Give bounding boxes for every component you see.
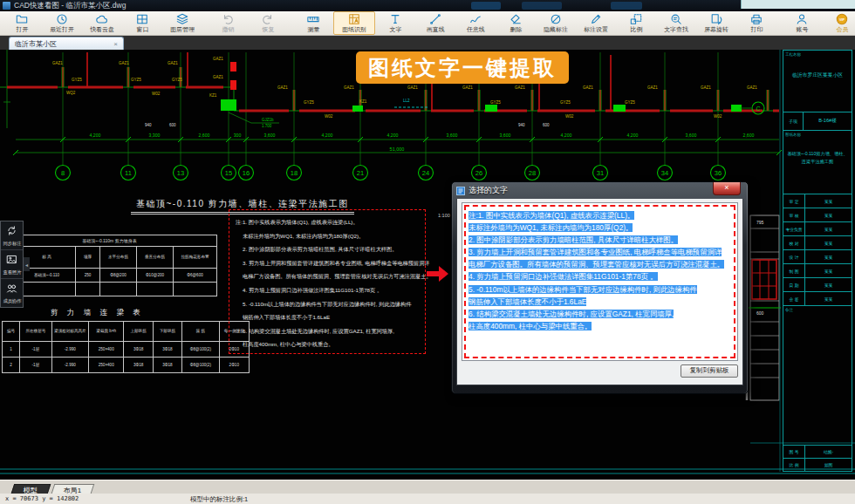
wall-table: 基础顶~-0.110m 剪力墙身表 编号 标 高 墙厚 水平分布筋 垂直分布筋 … [2, 235, 216, 296]
grid-bubble-label: 15 [225, 169, 232, 177]
sheet-name-label: 图纸名称 [785, 133, 801, 137]
table-cell: 3Φ18 [153, 358, 181, 373]
cad-label-gyz5: GYZ5 [72, 78, 82, 82]
title-block-row-label: 校 对 [783, 236, 805, 249]
subproject-value: B-16#楼 [804, 118, 852, 125]
toolbar-button-vip[interactable]: VIP会员 [822, 11, 855, 35]
title-block-row: 专业负责某某 [783, 222, 852, 236]
table-cell: 2 [3, 358, 20, 373]
sidebar-item-photo[interactable]: 查看照片 [1, 250, 23, 279]
beam-table-header: 梁顶相对标高高差 [51, 322, 88, 342]
toolbar-button-text[interactable]: 文字 [375, 11, 415, 35]
dimension-label: 4,200 [561, 133, 572, 138]
toolbar-button-hide-note[interactable]: 隐藏标注 [536, 11, 576, 35]
toolbar-button-recognize[interactable]: 图纸识别 [333, 11, 375, 35]
cad-label-d940: 940 [145, 123, 152, 127]
title-block-row-value: 某某 [805, 264, 852, 277]
toolbar-button-label: 打开 [16, 25, 28, 33]
table-row: 2-1层-2.990250×4003Φ183Φ18Φ8@100(2)2Φ10 [3, 358, 250, 373]
wall-table-title: 基础顶~-0.110m 剪力墙身表 [3, 235, 217, 247]
table-cell [174, 283, 217, 296]
toolbar-button-erase[interactable]: 删除 [496, 11, 536, 35]
title-block-row: 日 期某某 [783, 278, 852, 292]
text-line: 6. 结构梁交混凝土墙处无边缘构件时, 应设置GAZ1, 柱宽同墙厚, [469, 307, 731, 319]
open-icon [16, 12, 28, 25]
text-line: 钢筋伸入下部墙体长度不小于1.6LaE [469, 295, 731, 307]
beam-table-header: 上部纵筋 [124, 322, 153, 342]
sidebar-collapse-arrow[interactable]: ◂ [24, 257, 30, 271]
layout-tab-bar: 模型布局1 [0, 480, 855, 494]
sidebar-item-members[interactable]: 成员协作 [1, 279, 23, 307]
cad-label-gyz5: GYZ5 [172, 78, 182, 82]
title-block-row: 制 图某某 [783, 264, 852, 278]
grid-bubble-c: C [756, 106, 760, 112]
toolbar-button-label: 任意线 [467, 25, 485, 33]
toolbar-button-cloud[interactable]: 快看云盘 [82, 11, 122, 35]
table-cell: -1层 [20, 358, 51, 373]
titlebar-light-strip [741, 0, 855, 9]
cad-label-gaz1: GAZ1 [407, 85, 418, 90]
beam-table-header: 编号 [3, 322, 20, 342]
layers-icon [176, 12, 188, 25]
toolbar-button-note-settings[interactable]: 标注设置 [576, 11, 616, 35]
toolbar-button-layers[interactable]: 图层管理 [162, 11, 202, 35]
table-cell: 1 [3, 342, 20, 358]
dialog-close-button[interactable]: × [713, 182, 741, 195]
toolbar-button-rotate[interactable]: 屏幕旋转 [696, 11, 736, 35]
extracted-text-area[interactable]: 注:1. 图中实线表示为墙体(Q1), 虚线表示连梁(LL)。未标注外墙均为WQ… [462, 202, 738, 361]
drawing-canvas[interactable]: 51,000 C 795 600 81113151618212426283134… [0, 50, 855, 480]
toolbar-button-label: 账号 [796, 25, 808, 33]
dimension-label: 4,200 [387, 133, 399, 138]
table-cell [76, 283, 100, 296]
cad-label-gaz1: GAZ1 [701, 85, 711, 90]
toolbar-button-find-text[interactable]: 文字查找 [656, 11, 696, 35]
cad-label-w02: W02 [325, 114, 333, 119]
beam-table-header: 梁截面 b×h [89, 322, 124, 342]
toolbar-button-print[interactable]: 打印 [736, 11, 776, 35]
titlebar-decoration [522, 2, 562, 10]
copy-to-clipboard-button[interactable]: 复制到剪贴板 [681, 364, 738, 378]
toolbar-button-label: 文字查找 [664, 25, 688, 33]
drawing-scale: 1:100 [438, 213, 450, 218]
window-icon [136, 12, 148, 25]
toolbar-button-label: 隐藏标注 [544, 25, 568, 33]
dialog-titlebar[interactable]: 选择的文字 × [456, 182, 743, 199]
toolbar-button-label: 窗口 [136, 25, 148, 33]
project-name: 临沂市罗庄区某某小区 [783, 72, 852, 80]
cad-label-kz1: KZ1 [359, 99, 367, 104]
title-block-row: 审 核某某 [783, 208, 852, 222]
tab-close-icon[interactable]: × [113, 40, 118, 48]
toolbar-button-account[interactable]: 账号 [782, 11, 822, 35]
cad-label-gaz1: GAZ1 [747, 85, 757, 90]
document-tab[interactable]: 临沂市某小区 × [9, 37, 124, 50]
sidebar-item-sync[interactable]: 同步标注 [1, 221, 23, 250]
toolbar-button-scale[interactable]: 比例 [616, 11, 656, 35]
table-row: 1-1层-2.990250×4003Φ183Φ18Φ8@100(2)2Φ10 [3, 342, 250, 358]
toolbar-button-anyline[interactable]: 任意线 [455, 11, 496, 35]
title-block-row-value: 如图 [805, 459, 852, 471]
dimension-label: 3,600 [500, 133, 511, 138]
dialog-title: 选择的文字 [469, 185, 508, 196]
toolbar-button-line[interactable]: 画直线 [415, 11, 455, 35]
toolbar-button-measure[interactable]: 测量 [293, 11, 333, 35]
title-block-row: 校 对某某 [783, 236, 852, 250]
title-block-row-value: 某某 [805, 278, 852, 291]
toolbar-button-open[interactable]: 打开 [2, 11, 42, 35]
figure-number-rows: 图 号结施-比 例如图 [783, 445, 852, 471]
find-text-icon [670, 12, 682, 25]
table-cell: 2Φ10 [219, 358, 249, 373]
anyline-icon [469, 12, 482, 25]
vip-icon: VIP [836, 12, 848, 25]
toolbar-button-recent[interactable]: 最近打开 [42, 11, 82, 35]
document-tab-bar: 临沂市某小区 × [0, 36, 855, 50]
cad-label-gaz1: GAZ1 [52, 61, 63, 65]
text-line: 未标注外墙均为WQ1, 未标注内墙均为180厚(Q2)。 [469, 221, 731, 233]
cad-label-ll2: LL2 [403, 99, 410, 103]
toolbar-button-label: 图纸识别 [342, 25, 366, 33]
annotation-sidebar: 同步标注查看照片成员协作 [0, 221, 24, 308]
grid-bubble-label: 11 [125, 169, 132, 177]
dimension-label: 300 [234, 133, 242, 138]
toolbar-button-window[interactable]: 窗口 [122, 11, 162, 35]
toolbar-button-label: 画直线 [427, 25, 445, 33]
detail-dim-top: 795 [756, 220, 764, 225]
